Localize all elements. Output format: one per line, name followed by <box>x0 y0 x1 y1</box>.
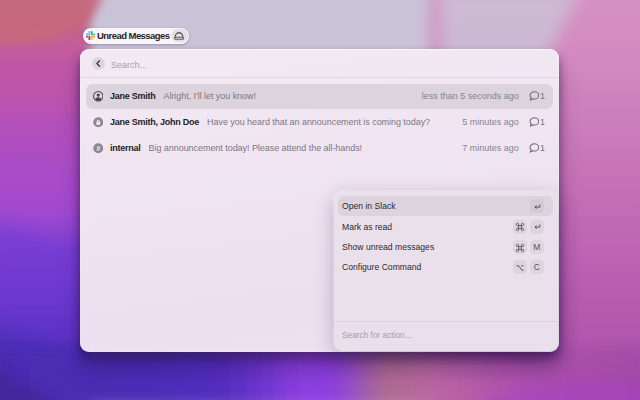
svg-text:#: # <box>96 145 100 152</box>
